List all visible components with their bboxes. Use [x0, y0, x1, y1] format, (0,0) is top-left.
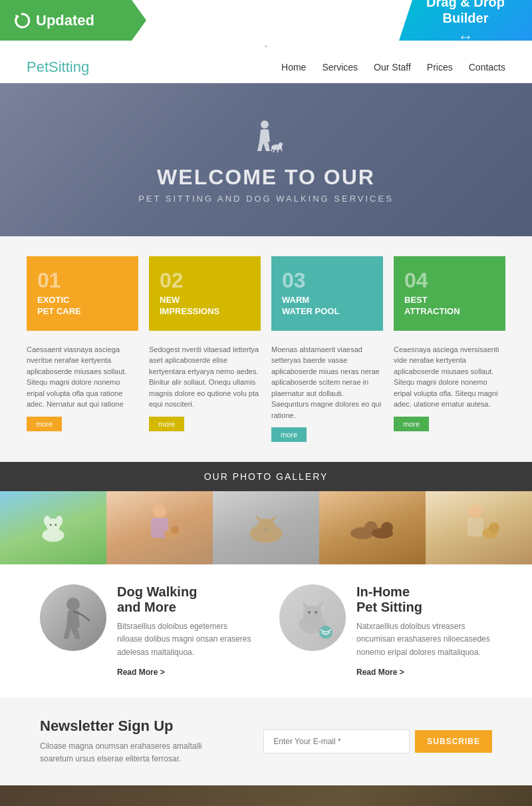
svg-point-13	[55, 524, 57, 526]
service-num-2: 02	[160, 270, 250, 291]
newsletter-left: Newsletter Sign Up Ciloase magna onumsan…	[40, 717, 237, 765]
special-section: Special Care for Senior Pets Ceritaesa e…	[0, 785, 532, 806]
service-card-1: 01 EXOTICPET CARE	[27, 256, 138, 331]
logo-sitting: Sitting	[49, 59, 89, 75]
service-cards: 01 EXOTICPET CARE 02 NEWIMPRESSIONS 03 W…	[27, 256, 505, 331]
svg-marker-34	[317, 600, 323, 608]
updated-badge: Updated	[0, 0, 146, 41]
svg-point-30	[66, 598, 80, 611]
gallery-title: OUR PHOTO GALLERY	[204, 471, 329, 482]
svg-point-17	[171, 526, 179, 534]
service-title-2: NEWIMPRESSIONS	[160, 295, 250, 317]
svg-point-19	[257, 518, 275, 535]
pet-person-icon	[246, 116, 286, 162]
logo: PetSitting	[27, 59, 89, 76]
svg-rect-27	[467, 518, 483, 536]
hero-subline: PET SITTING AND DOG WALKING SERVICES	[138, 194, 394, 204]
svg-point-3	[279, 142, 283, 146]
svg-marker-21	[271, 515, 277, 521]
svg-point-1	[261, 120, 269, 128]
service-num-1: 01	[37, 270, 128, 291]
hero-headline: WELCOME TO OUR	[157, 165, 375, 190]
nav-home[interactable]: Home	[281, 62, 306, 73]
svg-point-23	[364, 521, 378, 534]
logo-pet: Pet	[27, 59, 49, 75]
svg-marker-20	[255, 515, 261, 521]
svg-point-18	[250, 524, 283, 543]
svg-point-29	[489, 522, 499, 533]
drag-drop-line1: Drag & Drop	[426, 0, 505, 10]
dog-walking-read-more[interactable]: Read More >	[117, 668, 165, 677]
nav-contacts[interactable]: Contacts	[469, 62, 505, 73]
header: PetSitting Home Services Our Staff Price…	[0, 52, 532, 83]
gallery-section: OUR PHOTO GALLERY	[0, 462, 532, 564]
service-num-4: 04	[404, 270, 495, 291]
drag-drop-line2: Builder	[443, 10, 489, 26]
svg-point-36	[315, 611, 317, 614]
service-title-3: WARMWATER POOL	[282, 295, 372, 317]
newsletter-right: SUBSCRIBE	[263, 729, 492, 753]
drag-drop-badge: Drag & Drop Builder ↔	[399, 0, 532, 41]
more-button-2[interactable]: more	[149, 417, 184, 431]
more-button-3[interactable]: more	[271, 427, 307, 442]
svg-point-35	[308, 611, 311, 614]
service-title-1: EXOTICPET CARE	[37, 295, 128, 317]
gallery-photo-5[interactable]	[426, 491, 532, 564]
top-bar: Updated Drag & Drop Builder ↔	[0, 0, 532, 41]
service-descriptions: Caessaent viasnaya asciega nveritse nera…	[27, 344, 505, 443]
gallery-photo-1[interactable]	[0, 491, 106, 564]
gallery-photo-3[interactable]	[213, 491, 319, 564]
services-row: Dog Walkingand More Bitsraellius doloibu…	[0, 564, 532, 698]
pet-sitting-read-more[interactable]: Read More >	[356, 668, 404, 677]
nav-our-staff[interactable]: Our Staff	[374, 62, 411, 73]
svg-point-12	[50, 524, 52, 526]
service-desc-2: Sedogest nveriti vitaesad lettertya aset…	[149, 344, 261, 443]
pet-sitting-text: In-HomePet Sitting Natxraellius doloibus…	[356, 584, 492, 678]
updated-label: Updated	[36, 12, 94, 29]
gallery-photos	[0, 491, 532, 564]
more-button-4[interactable]: more	[394, 417, 429, 431]
svg-point-24	[372, 528, 393, 538]
dog-walking-text: Dog Walkingand More Bitsraellius doloibu…	[117, 584, 253, 678]
pet-sitting-image	[279, 584, 346, 651]
service-card-3: 03 WARMWATER POOL	[271, 256, 383, 331]
newsletter-title: Newsletter Sign Up	[40, 717, 237, 735]
svg-point-28	[482, 528, 498, 538]
dog-walking-desc: Bitsraellius doloibus egetemers niloase …	[117, 620, 253, 659]
svg-point-26	[469, 504, 482, 518]
gallery-photo-2[interactable]	[106, 491, 213, 564]
service-card-2: 02 NEWIMPRESSIONS	[149, 256, 261, 331]
service-card-4: 04 BESTATTRACTION	[394, 256, 505, 331]
gallery-photo-4[interactable]	[319, 491, 426, 564]
service-desc-3: Moenas alstamaerit viaesad setteryas bae…	[271, 344, 383, 443]
dog-walking-image	[40, 584, 106, 651]
dog-walking-title: Dog Walkingand More	[117, 584, 253, 615]
header-nav-dot: ●	[0, 41, 532, 52]
subscribe-button[interactable]: SUBSCRIBE	[415, 730, 492, 753]
hero-section: WELCOME TO OUR PET SITTING AND DOG WALKI…	[0, 83, 532, 236]
svg-point-16	[164, 530, 178, 539]
svg-point-14	[153, 504, 166, 518]
svg-point-9	[47, 518, 61, 532]
svg-point-10	[44, 516, 51, 526]
newsletter-desc: Ciloase magna onumsan erahaseres amaltal…	[40, 740, 237, 765]
svg-point-11	[56, 516, 63, 526]
pet-sitting-desc: Natxraellius doloibus vtreasers oncumisa…	[356, 620, 492, 659]
more-button-1[interactable]: more	[27, 417, 62, 431]
nav-prices[interactable]: Prices	[427, 62, 453, 73]
service-num-3: 03	[282, 270, 372, 291]
services-section: 01 EXOTICPET CARE 02 NEWIMPRESSIONS 03 W…	[0, 236, 532, 462]
svg-point-25	[381, 522, 393, 534]
dog-walking-item: Dog Walkingand More Bitsraellius doloibu…	[40, 584, 253, 678]
svg-point-32	[303, 606, 322, 622]
svg-marker-33	[302, 600, 309, 608]
service-desc-1: Caessaent viasnaya asciega nveritse nera…	[27, 344, 138, 443]
newsletter-section: Newsletter Sign Up Ciloase magna onumsan…	[0, 698, 532, 785]
nav-services[interactable]: Services	[322, 62, 358, 73]
service-title-4: BESTATTRACTION	[404, 295, 495, 317]
pet-sitting-item: In-HomePet Sitting Natxraellius doloibus…	[279, 584, 492, 678]
gallery-header: OUR PHOTO GALLERY	[0, 462, 532, 491]
email-input[interactable]	[263, 729, 410, 753]
svg-rect-15	[151, 518, 168, 538]
service-desc-4: Ceaesnaya asciega nversisaenti vide nera…	[394, 344, 505, 443]
